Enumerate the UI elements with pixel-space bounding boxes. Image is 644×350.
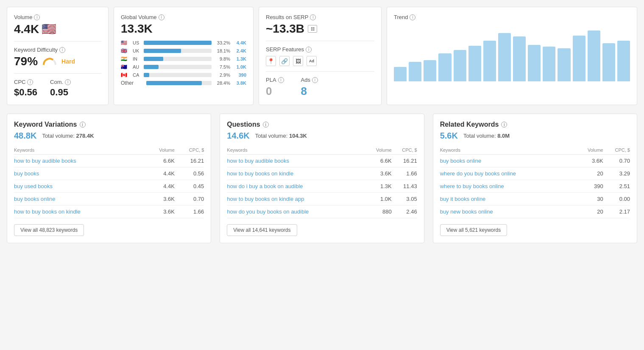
col-volume-header: Volume — [144, 146, 175, 155]
trend-bar-8 — [513, 36, 526, 81]
variations-view-all-button[interactable]: View all 48,823 keywords — [14, 224, 84, 236]
keyword-link[interactable]: how to buy books on kindle — [14, 208, 81, 215]
related-total-value: 8.0M — [497, 133, 510, 139]
global-info-icon[interactable]: i — [159, 14, 164, 20]
bar-fill-uk — [144, 49, 181, 53]
keyword-link[interactable]: buy it books online — [440, 196, 486, 202]
volume-cell: 3.6K — [575, 155, 603, 167]
questions-total-value: 104.3K — [289, 133, 307, 139]
serp-info-icon[interactable]: i — [310, 14, 316, 20]
variations-title-text: Keyword Variations — [14, 121, 77, 128]
keyword-link[interactable]: buy books online — [440, 158, 482, 164]
keyword-link[interactable]: how to buy audible books — [14, 158, 76, 164]
questions-view-all-button[interactable]: View all 14,641 keywords — [227, 224, 297, 236]
other-row: Other 28.4% 3.8K — [121, 80, 246, 86]
trend-bar-13 — [588, 31, 600, 81]
keyword-link[interactable]: buy books — [14, 170, 39, 177]
questions-info-icon[interactable]: i — [263, 122, 269, 128]
cpc-cell: 1.66 — [392, 167, 417, 180]
table-row: buy books 4.4K 0.56 — [14, 167, 204, 180]
bar-bg-us — [144, 41, 212, 45]
serp-card: Results on SERP i ~13.3B ☷ SERP Features… — [259, 7, 382, 105]
trend-info-icon[interactable]: i — [410, 14, 415, 20]
keyword-link[interactable]: where do you buy books online — [440, 170, 516, 177]
keyword-link[interactable]: how do you buy books on audible — [227, 208, 309, 215]
bar-bg-au — [144, 65, 212, 69]
questions-count: 14.6K — [227, 131, 249, 141]
serp-label: Results on SERP i — [266, 14, 374, 20]
questions-title: Questions i — [227, 121, 417, 128]
keyword-link[interactable]: buy new books online — [440, 208, 493, 215]
cpc-cell: 11.43 — [392, 180, 417, 193]
serp-features-info-icon[interactable]: i — [306, 47, 312, 53]
variations-meta: 48.8K Total volume: 278.4K — [14, 131, 204, 141]
trend-bar-5 — [468, 46, 481, 81]
volume-cell: 4.4K — [144, 167, 175, 180]
other-pct: 28.4% — [214, 81, 230, 86]
serp-results-icon: ☷ — [308, 25, 317, 33]
trend-bar-1 — [409, 62, 421, 81]
col-keywords-header: Keywords — [14, 146, 144, 155]
variations-tbody: how to buy audible books 6.6K 16.21 buy … — [14, 155, 204, 218]
volume-cell: 4.4K — [144, 180, 175, 193]
ad-icon: Ad — [307, 56, 317, 66]
cpc-cell: 16.21 — [175, 155, 204, 167]
variations-info-icon[interactable]: i — [80, 122, 86, 128]
pla-label: PLA — [266, 77, 276, 83]
ads-info-icon[interactable]: i — [312, 77, 318, 83]
volume-cell: 880 — [365, 206, 392, 218]
trend-bar-12 — [573, 36, 585, 81]
related-view-all-button[interactable]: View all 5,621 keywords — [440, 224, 507, 236]
trend-bar-7 — [498, 33, 511, 81]
cpc-cell: 0.45 — [175, 180, 204, 193]
cpc-cell: 0.70 — [175, 193, 204, 206]
cpc-value: $0.56 — [14, 87, 37, 98]
count-us: 4.4K — [233, 40, 246, 45]
link-icon: 🔗 — [279, 56, 290, 66]
keyword-link[interactable]: how to buy audible books — [227, 158, 289, 164]
cpc-info-icon[interactable]: i — [27, 79, 33, 85]
flag-au: 🇦🇺 — [121, 64, 130, 70]
cpc-cell: 16.21 — [392, 155, 417, 167]
location-icon: 📍 — [266, 56, 276, 66]
pla-info-icon[interactable]: i — [278, 77, 284, 83]
keyword-link[interactable]: how to buy books on kindle — [227, 170, 293, 177]
kd-label: Keyword Difficulty i — [14, 47, 101, 53]
volume-card: Volume i 4.4K 🇺🇸 Keyword Difficulty i 79… — [7, 7, 109, 105]
volume-cell: 1.0K — [365, 193, 392, 206]
volume-label: Volume i — [14, 14, 101, 20]
com-info-icon[interactable]: i — [65, 79, 71, 85]
kd-info-icon[interactable]: i — [59, 47, 65, 53]
keyword-link[interactable]: where to buy books online — [440, 183, 504, 189]
keyword-link[interactable]: how do i buy a book on audible — [227, 183, 303, 189]
bar-bg-uk — [144, 49, 212, 53]
variations-table: Keywords Volume CPC, $ how to buy audibl… — [14, 146, 204, 218]
questions-title-text: Questions — [227, 121, 260, 128]
trend-bar-6 — [483, 41, 496, 81]
variations-count: 48.8K — [14, 131, 36, 141]
serp-features-label: SERP Features i — [266, 46, 374, 53]
related-info-icon[interactable]: i — [501, 122, 507, 128]
trend-bar-11 — [558, 48, 570, 81]
table-row: buy it books online 30 0.00 — [440, 193, 630, 206]
volume-info-icon[interactable]: i — [34, 14, 40, 20]
other-label: Other — [121, 80, 134, 86]
keyword-variations-section: Keyword Variations i 48.8K Total volume:… — [7, 114, 211, 243]
table-row: how do i buy a book on audible 1.3K 11.4… — [227, 180, 417, 193]
com-label: Com. — [50, 79, 63, 85]
keyword-link[interactable]: buy used books — [14, 183, 53, 189]
code-us: US — [133, 40, 141, 45]
col-cpc-header: CPC, $ — [175, 146, 204, 155]
kd-value: 79% — [14, 55, 38, 68]
questions-total-label: Total volume: — [255, 133, 288, 139]
keyword-link[interactable]: buy books online — [14, 196, 56, 202]
kd-label-text: Keyword Difficulty — [14, 47, 58, 53]
keyword-link[interactable]: how to buy books on kindle app — [227, 196, 304, 202]
related-keywords-section: Related Keywords i 5.6K Total volume: 8.… — [433, 114, 637, 243]
country-row-in: 🇮🇳 IN 9.8% 1.3K — [121, 56, 246, 62]
serp-features-text: SERP Features — [266, 46, 304, 53]
ads-value: 8 — [301, 85, 318, 98]
cpc-cell: 1.66 — [175, 206, 204, 218]
volume-flag: 🇺🇸 — [42, 22, 56, 36]
flag-us: 🇺🇸 — [121, 40, 130, 46]
